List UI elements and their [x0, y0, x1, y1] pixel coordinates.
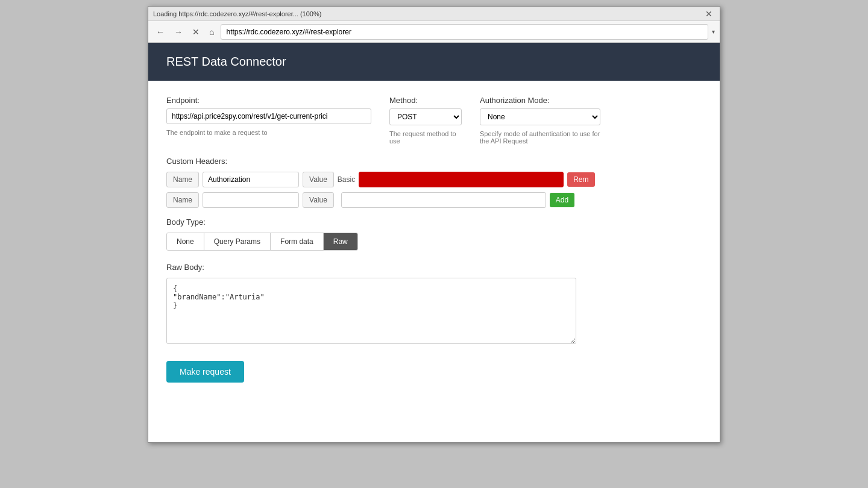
top-form-row: Endpoint: The endpoint to make a request… [166, 96, 702, 145]
name-label-1: Name [166, 172, 199, 187]
value-label-2: Value [303, 192, 334, 208]
method-help: The request method to use [389, 130, 462, 145]
forward-button[interactable]: → [171, 26, 186, 38]
tab-form-data[interactable]: Form data [271, 233, 324, 250]
browser-title: Loading https://rdc.codezero.xyz/#/rest-… [153, 10, 703, 17]
url-bar[interactable] [221, 24, 708, 40]
name-label-2: Name [166, 192, 199, 208]
endpoint-group: Endpoint: The endpoint to make a request… [166, 96, 371, 145]
tab-query-params[interactable]: Query Params [204, 233, 271, 250]
endpoint-help: The endpoint to make a request to [166, 129, 371, 136]
value-label-1: Value [303, 172, 334, 187]
auth-mode-select[interactable]: None Basic Bearer OAuth2 [480, 108, 600, 125]
raw-body-textarea[interactable]: { "brandName":"Arturia" } [166, 278, 576, 344]
value-prefix-1: Basic [338, 175, 355, 184]
header-value-input-2[interactable] [341, 192, 546, 208]
stop-button[interactable]: ✕ [189, 26, 203, 38]
auth-mode-help: Specify mode of authentication to use fo… [480, 130, 600, 145]
method-label: Method: [389, 96, 462, 105]
body-type-tabs: None Query Params Form data Raw [166, 233, 358, 251]
browser-close-button[interactable]: ✕ [703, 9, 715, 19]
raw-body-label: Raw Body: [166, 263, 702, 272]
endpoint-input[interactable] [166, 108, 371, 124]
header-row-2: Name Value Add [166, 192, 702, 208]
header-name-input-2[interactable] [203, 192, 299, 208]
remove-header-button-1[interactable]: Rem [567, 172, 594, 187]
method-group: Method: POST GET PUT DELETE PATCH The re… [389, 96, 462, 145]
body-type-label: Body Type: [166, 217, 702, 227]
header-name-input-1[interactable] [203, 172, 299, 187]
auth-mode-group: Authorization Mode: None Basic Bearer OA… [480, 96, 600, 145]
browser-window: Loading https://rdc.codezero.xyz/#/rest-… [148, 6, 720, 443]
header-row-1: Name Value Basic Rem [166, 172, 702, 187]
tab-raw[interactable]: Raw [324, 233, 357, 250]
back-button[interactable]: ← [153, 26, 168, 38]
app-body: Endpoint: The endpoint to make a request… [148, 81, 720, 442]
raw-body-section: Raw Body: { "brandName":"Arturia" } [166, 263, 702, 346]
browser-titlebar: Loading https://rdc.codezero.xyz/#/rest-… [148, 7, 720, 21]
make-request-button[interactable]: Make request [166, 361, 244, 383]
browser-toolbar: ← → ✕ ⌂ ▾ [148, 21, 720, 43]
auth-mode-label: Authorization Mode: [480, 96, 600, 105]
custom-headers-label: Custom Headers: [166, 157, 702, 166]
add-header-button[interactable]: Add [550, 193, 574, 207]
method-select[interactable]: POST GET PUT DELETE PATCH [389, 108, 462, 125]
custom-headers-section: Custom Headers: Name Value Basic Rem Nam… [166, 157, 702, 208]
header-value-input-1[interactable] [359, 172, 564, 187]
url-dropdown-button[interactable]: ▾ [712, 28, 715, 35]
body-type-section: Body Type: None Query Params Form data R… [166, 217, 702, 251]
endpoint-label: Endpoint: [166, 96, 371, 105]
app-title: REST Data Connector [166, 55, 286, 68]
home-button[interactable]: ⌂ [206, 26, 217, 38]
app-header: REST Data Connector [148, 43, 720, 81]
tab-none[interactable]: None [167, 233, 204, 250]
